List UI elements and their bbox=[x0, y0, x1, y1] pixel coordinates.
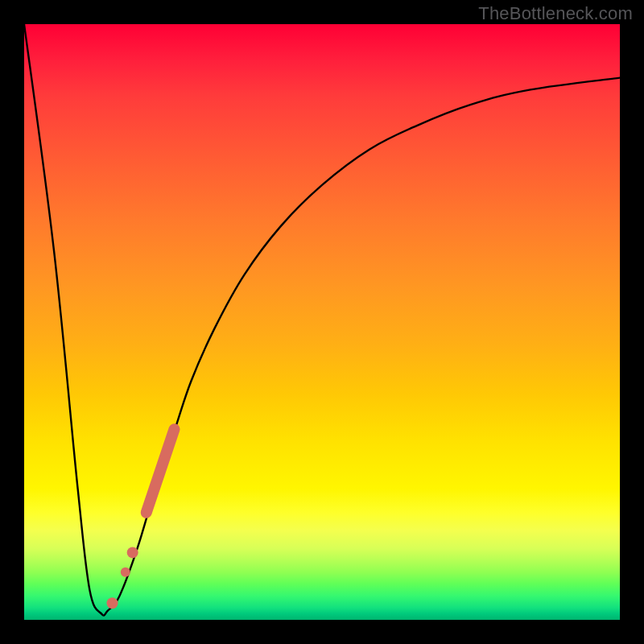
watermark-text: TheBottleneck.com bbox=[478, 3, 633, 24]
chart-frame: TheBottleneck.com bbox=[0, 0, 644, 644]
highlight-dot-3 bbox=[107, 597, 118, 609]
highlight-dot-1 bbox=[127, 547, 138, 558]
bottleneck-curve bbox=[24, 24, 620, 616]
highlight-dot-2 bbox=[121, 568, 130, 577]
highlight-segment bbox=[147, 429, 175, 513]
chart-overlay bbox=[24, 24, 620, 620]
